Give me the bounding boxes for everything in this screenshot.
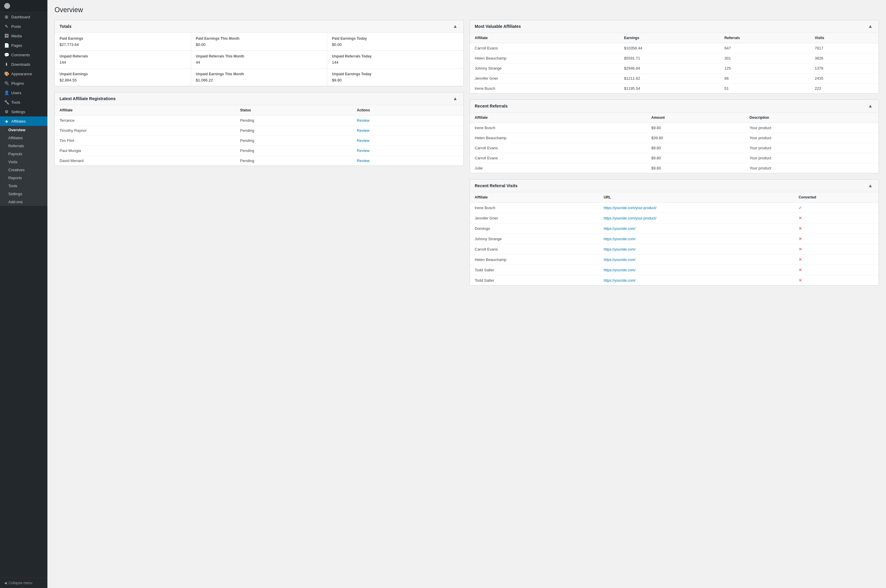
converted-x-icon: ✕ — [799, 226, 802, 231]
totals-unpaid-referrals: Unpaid Referrals 144 — [55, 51, 191, 68]
rr-amount-cell: $9.80 — [647, 153, 745, 163]
visit-url-link[interactable]: https://yoursite.com/ — [604, 258, 635, 262]
most-valuable-header: Most Valuable Affiliates ▲ — [470, 20, 878, 33]
unpaid-earnings-month-label: Unpaid Earnings This Month — [196, 72, 322, 76]
unpaid-referrals-today-label: Unpaid Referrals Today — [332, 54, 459, 58]
sidebar-item-affiliates[interactable]: ◈ Affiliates — [0, 116, 47, 126]
visit-url-link[interactable]: https://yoursite.com/ — [604, 248, 635, 252]
sub-item-tools[interactable]: Tools — [0, 182, 47, 190]
dashboard-icon: ⊞ — [4, 15, 9, 19]
reg-affiliate-cell: Paul Mungia — [55, 146, 235, 156]
reg-action-cell: Review — [352, 126, 464, 136]
totals-row-1: Paid Earnings $27,773.64 Paid Earnings T… — [55, 33, 464, 51]
totals-collapse-button[interactable]: ▲ — [452, 24, 459, 29]
review-link[interactable]: Review — [357, 128, 369, 133]
registrations-collapse-button[interactable]: ▲ — [452, 96, 459, 101]
reg-action-cell: Review — [352, 146, 464, 156]
rr-affiliate-cell: Carroll Evans — [470, 143, 647, 153]
visit-url-link[interactable]: https://yoursite.com/ — [604, 226, 635, 231]
review-link[interactable]: Review — [357, 138, 369, 143]
sidebar-item-posts[interactable]: ✎ Posts — [0, 22, 47, 31]
sub-item-payouts[interactable]: Payouts — [0, 150, 47, 158]
collapse-menu-button[interactable]: ◀ Collapse menu — [0, 578, 47, 588]
sidebar-item-comments[interactable]: 💬 Comments — [0, 50, 47, 60]
rr-amount-cell: $9.80 — [647, 163, 745, 173]
sub-item-addons[interactable]: Add-ons — [0, 198, 47, 206]
most-valuable-collapse-button[interactable]: ▲ — [867, 24, 874, 29]
visit-url-link[interactable]: https://yoursite.com/your-product/ — [604, 216, 656, 220]
visit-url-link[interactable]: https://yoursite.com/your-product/ — [604, 206, 656, 210]
sidebar-item-dashboard-label: Dashboard — [11, 15, 30, 19]
sub-item-visits[interactable]: Visits — [0, 158, 47, 166]
recent-referrals-collapse-button[interactable]: ▲ — [867, 104, 874, 109]
reg-status-cell: Pending — [235, 136, 352, 146]
wp-icon — [4, 3, 10, 9]
table-row: Irene Busch https://yoursite.com/your-pr… — [470, 202, 878, 213]
totals-row-3: Unpaid Earnings $2,884.55 Unpaid Earning… — [55, 68, 464, 86]
sub-item-referrals[interactable]: Referrals — [0, 142, 47, 150]
review-link[interactable]: Review — [357, 148, 369, 153]
sidebar-item-settings[interactable]: ⚙ Settings — [0, 107, 47, 116]
sidebar-item-media[interactable]: 🖼 Media — [0, 31, 47, 40]
sidebar-item-pages[interactable]: 📄 Pages — [0, 40, 47, 50]
mv-visits-cell: 222 — [810, 84, 878, 94]
paid-earnings-label: Paid Earnings — [60, 36, 186, 40]
recent-visits-title: Recent Referral Visits — [475, 183, 517, 188]
reg-affiliate-cell: Terrance — [55, 116, 235, 126]
mv-referrals-cell: 125 — [720, 63, 810, 74]
users-icon: 👤 — [4, 90, 9, 95]
sub-item-affiliates[interactable]: Affiliates — [0, 134, 47, 142]
sub-item-reports[interactable]: Reports — [0, 174, 47, 182]
right-column: Most Valuable Affiliates ▲ Affiliate Ear… — [470, 20, 879, 285]
unpaid-referrals-label: Unpaid Referrals — [60, 54, 186, 58]
totals-unpaid-earnings: Unpaid Earnings $2,884.55 — [55, 68, 191, 86]
rv-url-cell: https://yoursite.com/ — [599, 265, 794, 275]
unpaid-referrals-month-value: 44 — [196, 60, 322, 64]
totals-unpaid-referrals-month: Unpaid Referrals This Month 44 — [191, 51, 327, 68]
pages-icon: 📄 — [4, 43, 9, 48]
unpaid-earnings-today-label: Unpaid Earnings Today — [332, 72, 459, 76]
rv-affiliate-cell: Carroll Evans — [470, 244, 599, 255]
downloads-icon: ⬇ — [4, 62, 9, 67]
affiliates-submenu: Overview Affiliates Referrals Payouts Vi… — [0, 126, 47, 206]
sidebar-item-appearance[interactable]: 🎨 Appearance — [0, 69, 47, 78]
sidebar-item-dashboard[interactable]: ⊞ Dashboard — [0, 12, 47, 22]
recent-visits-card: Recent Referral Visits ▲ Affiliate URL C… — [470, 179, 879, 285]
rv-col-url: URL — [599, 192, 794, 202]
sidebar-item-tools[interactable]: 🔧 Tools — [0, 98, 47, 107]
recent-visits-collapse-button[interactable]: ▲ — [867, 183, 874, 188]
page-title: Overview — [54, 6, 879, 14]
totals-unpaid-referrals-today: Unpaid Referrals Today 144 — [327, 51, 464, 68]
reg-status-cell: Pending — [235, 156, 352, 166]
sidebar-item-plugins[interactable]: 🔌 Plugins — [0, 78, 47, 88]
paid-earnings-month-value: $0.00 — [196, 42, 322, 47]
mv-referrals-cell: 647 — [720, 43, 810, 53]
table-row: Carroll Evans $9.80 Your product — [470, 153, 878, 163]
sub-item-settings[interactable]: Settings — [0, 190, 47, 198]
sidebar-item-comments-label: Comments — [11, 53, 30, 57]
rr-description-cell: Your product — [745, 163, 878, 173]
reg-action-cell: Review — [352, 116, 464, 126]
review-link[interactable]: Review — [357, 159, 369, 163]
visit-url-link[interactable]: https://yoursite.com/ — [604, 279, 635, 283]
sidebar-item-downloads[interactable]: ⬇ Downloads — [0, 60, 47, 69]
unpaid-referrals-value: 144 — [60, 60, 186, 64]
visit-url-link[interactable]: https://yoursite.com/ — [604, 268, 635, 272]
sidebar-item-plugins-label: Plugins — [11, 81, 24, 86]
table-row: Terrance Pending Review — [55, 116, 464, 126]
paid-earnings-today-label: Paid Earnings Today — [332, 36, 459, 40]
rv-converted-cell: ✕ — [794, 265, 878, 275]
visit-url-link[interactable]: https://yoursite.com/ — [604, 237, 635, 241]
sub-item-overview[interactable]: Overview — [0, 126, 47, 134]
totals-paid-earnings-month: Paid Earnings This Month $0.00 — [191, 33, 327, 50]
totals-unpaid-earnings-today: Unpaid Earnings Today $9.80 — [327, 68, 464, 86]
reg-col-status: Status — [235, 105, 352, 116]
sub-item-creatives[interactable]: Creatives — [0, 166, 47, 174]
recent-referrals-title: Recent Referrals — [475, 104, 508, 108]
review-link[interactable]: Review — [357, 118, 369, 123]
table-row: Paul Mungia Pending Review — [55, 146, 464, 156]
rr-description-cell: Your product — [745, 123, 878, 133]
unpaid-earnings-today-value: $9.80 — [332, 78, 459, 82]
content-grid: Totals ▲ Paid Earnings $27,773.64 Paid E… — [54, 20, 879, 285]
sidebar-item-users[interactable]: 👤 Users — [0, 88, 47, 98]
